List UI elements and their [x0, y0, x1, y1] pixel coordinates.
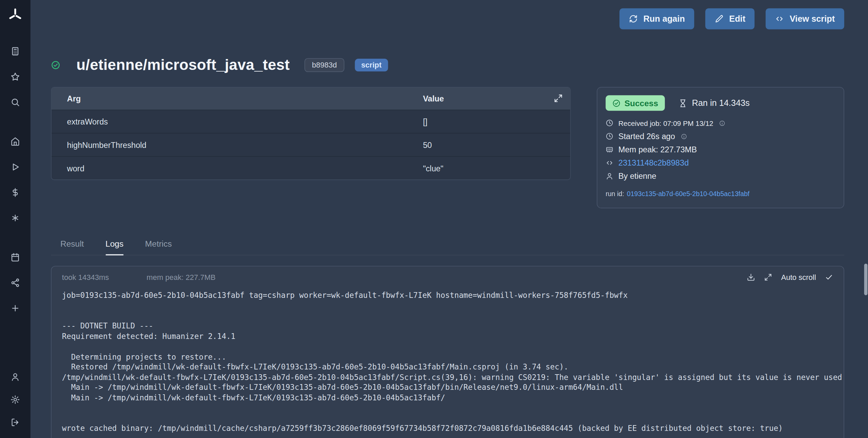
log-took: took 14343ms	[62, 273, 109, 281]
log-output[interactable]: job=0193c135-ab7d-60e5-2b10-04b5ac13fabf…	[52, 283, 844, 438]
sidebar-item-variables[interactable]	[4, 179, 26, 205]
log-panel: took 14343ms mem peak: 227.7MB Auto scro…	[51, 266, 844, 438]
tabs: ResultLogsMetrics	[51, 239, 844, 255]
sidebar-group	[4, 129, 26, 230]
edit-button[interactable]: Edit	[705, 8, 755, 29]
windmill-app: Run again Edit View script u/etienne/mic…	[0, 0, 868, 438]
info-icon[interactable]	[681, 133, 687, 139]
sidebar-item-runs[interactable]	[4, 154, 26, 179]
run-again-button[interactable]: Run again	[619, 8, 694, 29]
favorites-icon	[11, 72, 20, 81]
expand-args-icon[interactable]	[554, 94, 563, 103]
hourglass-icon	[679, 99, 687, 107]
sidebar-item-favorites[interactable]	[4, 64, 26, 89]
view-script-label: View script	[790, 14, 835, 24]
search-icon	[11, 97, 20, 107]
sidebar-item-settings[interactable]	[4, 388, 26, 411]
args-table-body: extraWords[]highNumberThreshold50word"cl…	[52, 110, 570, 179]
variables-icon	[11, 188, 20, 197]
page-scrollbar[interactable]	[864, 0, 868, 438]
expand-logs-icon[interactable]	[764, 273, 772, 281]
started-row: Started 26s ago	[606, 131, 835, 142]
resources-icon	[11, 213, 20, 223]
sidebar-item-create[interactable]	[4, 295, 26, 321]
clock-icon	[606, 132, 613, 140]
info-icon[interactable]	[719, 120, 726, 126]
sidebar	[0, 0, 31, 438]
run-id-label: run id:	[606, 190, 624, 198]
status-label: Success	[625, 98, 658, 108]
received-job-row: Received job: 07:09 PM 13/12	[606, 117, 835, 129]
tab-result[interactable]: Result	[60, 239, 84, 255]
status-top-row: Success Ran in 14.343s	[606, 95, 835, 111]
column-arg: Arg	[52, 94, 423, 103]
sidebar-item-collapse[interactable]	[4, 411, 26, 434]
scrollbar-thumb[interactable]	[864, 264, 868, 295]
main-content: Run again Edit View script u/etienne/mic…	[31, 0, 868, 438]
settings-icon	[11, 395, 20, 404]
arg-name: highNumberThreshold	[52, 140, 423, 149]
home-icon	[11, 136, 20, 146]
kind-badge[interactable]: script	[355, 58, 388, 71]
log-mem-peak: mem peak: 227.7MB	[146, 273, 215, 281]
code-icon	[606, 159, 613, 167]
mem-peak-row: Mem peak: 227.73MB	[606, 144, 835, 155]
download-logs-icon[interactable]	[747, 273, 755, 281]
auto-scroll-check-icon[interactable]	[825, 273, 833, 281]
received-job-label: Received job: 07:09 PM 13/12	[618, 119, 713, 127]
args-table: Arg Value extraWords[]highNumberThreshol…	[51, 87, 571, 180]
mem-peak-label: Mem peak: 227.73MB	[618, 145, 697, 154]
sidebar-bottom	[4, 366, 26, 434]
sidebar-item-home[interactable]	[4, 129, 26, 154]
runs-icon	[11, 162, 20, 172]
author-row: By etienne	[606, 171, 835, 182]
log-actions: Auto scroll	[747, 273, 833, 281]
sidebar-item-flows[interactable]	[4, 270, 26, 295]
status-panel: Success Ran in 14.343s Received job: 07:…	[597, 87, 844, 208]
arg-value: 50	[423, 140, 570, 149]
arg-value: "clue"	[423, 164, 570, 172]
sidebar-nav	[4, 38, 26, 335]
clock-icon	[606, 119, 613, 127]
sidebar-group	[4, 38, 26, 115]
user-icon	[606, 172, 613, 180]
sidebar-item-search[interactable]	[4, 89, 26, 115]
windmill-logo[interactable]	[8, 8, 23, 23]
flows-icon	[11, 278, 20, 287]
windmill-logo-icon	[8, 8, 23, 23]
log-header: took 14343ms mem peak: 227.7MB Auto scro…	[52, 266, 844, 282]
script-hash-link[interactable]: 23131148c2b8983d	[618, 158, 689, 167]
author-label: By etienne	[618, 172, 656, 180]
started-label: Started 26s ago	[618, 132, 675, 141]
tab-metrics[interactable]: Metrics	[145, 239, 172, 255]
arg-name: word	[52, 164, 423, 172]
page-title: u/etienne/microsoft_java_test	[76, 55, 290, 74]
content-grid: Arg Value extraWords[]highNumberThreshol…	[51, 87, 844, 208]
tab-logs[interactable]: Logs	[105, 239, 123, 255]
run-id-link[interactable]: 0193c135-ab7d-60e5-2b10-04b5ac13fabf	[627, 190, 750, 198]
hash-badge[interactable]: b8983d	[305, 58, 344, 72]
auto-scroll-label[interactable]: Auto scroll	[781, 273, 816, 281]
sidebar-item-account[interactable]	[4, 366, 26, 388]
args-table-header: Arg Value	[52, 88, 570, 110]
sidebar-item-schedules[interactable]	[4, 244, 26, 270]
toolbar: Run again Edit View script	[51, 0, 844, 30]
sidebar-item-resources[interactable]	[4, 205, 26, 230]
title-row: u/etienne/microsoft_java_test b8983d scr…	[51, 55, 844, 74]
success-check-icon	[612, 99, 620, 107]
arg-name: extraWords	[52, 117, 423, 126]
arg-row: word"clue"	[52, 156, 570, 179]
schedules-icon	[11, 252, 20, 262]
create-icon	[11, 303, 20, 313]
pencil-icon	[715, 14, 724, 23]
arg-row: highNumberThreshold50	[52, 133, 570, 156]
code-icon	[775, 14, 784, 23]
view-script-button[interactable]: View script	[766, 8, 844, 29]
script-hash-row: 23131148c2b8983d	[606, 157, 835, 169]
column-value: Value	[423, 94, 570, 103]
collapse-icon	[11, 418, 20, 427]
run-again-label: Run again	[644, 14, 685, 24]
account-icon	[11, 372, 20, 382]
refresh-icon	[629, 14, 638, 23]
sidebar-item-workspace[interactable]	[4, 38, 26, 64]
